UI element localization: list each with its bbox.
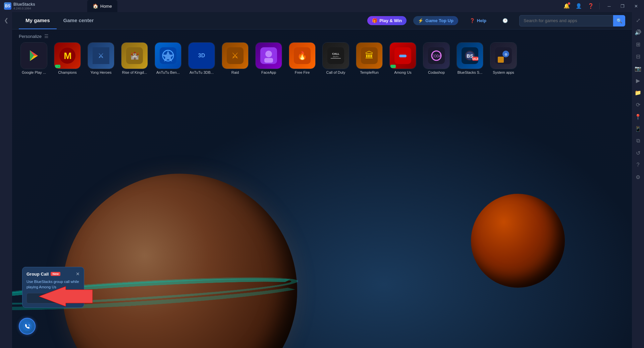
svg-text:SALE: SALE: [472, 58, 478, 60]
search-input[interactable]: [519, 15, 613, 26]
list-item[interactable]: 🏰 Rise of Kingd...: [119, 42, 150, 75]
game-icon: [155, 43, 181, 69]
call-button[interactable]: [19, 318, 36, 335]
gamepad-badge: [390, 65, 396, 68]
tab-game-center[interactable]: Game center: [57, 12, 101, 29]
nav-tabs: My games Game center: [19, 12, 100, 29]
game-icon-wrapper: [20, 42, 47, 69]
game-icon-wrapper: CODA: [423, 42, 450, 69]
back-icon[interactable]: ❮: [1, 15, 11, 25]
account-icon[interactable]: 👤: [574, 1, 583, 11]
svg-text:CALL: CALL: [332, 52, 339, 55]
game-icon: 🏰: [121, 43, 148, 69]
popup-title-area: Group Call New: [26, 272, 60, 277]
volume-icon[interactable]: 🔊: [633, 27, 643, 38]
list-item[interactable]: 🔥 Free Fire: [287, 42, 317, 75]
refresh-icon[interactable]: ↺: [633, 148, 643, 158]
bottom-settings-icon[interactable]: ⚙: [633, 172, 643, 182]
game-topup-button[interactable]: ⚡ Game Top Up: [413, 16, 458, 25]
minimize-button[interactable]: ─: [604, 2, 614, 10]
list-item[interactable]: CALLDUTY Call of Duty: [321, 42, 351, 75]
logo-area: BS BlueStacks 4.240.0.1064: [0, 2, 87, 10]
game-label: Call of Duty: [326, 70, 345, 75]
folder-icon[interactable]: 📁: [633, 87, 643, 98]
game-label: Raid: [231, 70, 239, 75]
titlebar: BS BlueStacks 4.240.0.1064 🏠 Home 🔔 👤 ❓ …: [0, 0, 644, 12]
popup-header: Group Call New ✕: [26, 271, 80, 277]
game-label: Champions: [58, 70, 77, 75]
list-item[interactable]: Google Play ...: [19, 42, 49, 75]
expand-icon[interactable]: ⤢: [633, 15, 643, 25]
list-item[interactable]: BS SALE BlueStacks S...: [455, 42, 485, 75]
game-label: Among Us: [394, 70, 411, 75]
svg-point-18: [265, 51, 272, 57]
game-icon: CALLDUTY: [323, 43, 349, 69]
search-container: 🔍: [519, 15, 625, 26]
svg-point-48: [22, 322, 32, 331]
video-icon[interactable]: ▶: [633, 75, 643, 86]
game-icon: ⚔: [88, 43, 114, 69]
game-icon: ⚙: [490, 43, 517, 69]
layout2-icon[interactable]: ⊟: [633, 51, 643, 62]
list-item[interactable]: FaceApp: [254, 42, 284, 75]
topnav-right: 🎁 Play & Win ⚡ Game Top Up ❓ Help 🕐 🔍: [367, 15, 625, 26]
bottom-help-icon[interactable]: ?: [633, 160, 643, 170]
gamepad-badge: [55, 65, 60, 68]
svg-rect-25: [331, 58, 341, 59]
notification-bell-icon[interactable]: 🔔: [562, 1, 571, 11]
popup-close-button[interactable]: ✕: [76, 271, 80, 277]
phone-icon[interactable]: 📱: [633, 123, 643, 134]
right-sidebar: ⤢ 🔊 ⊞ ⊟ 📷 ▶ 📁 ⟳ 📍 📱 ⧉ ↺ ? ⚙: [632, 12, 644, 348]
lightning-icon: ⚡: [418, 18, 423, 23]
game-label: FaceApp: [261, 70, 276, 75]
titlebar-controls: 🔔 👤 ❓ ─ ❐ ✕: [562, 1, 644, 11]
list-item[interactable]: ⚔ Yong Heroes: [86, 42, 116, 75]
copy-icon[interactable]: ⧉: [633, 135, 643, 146]
svg-point-8: [58, 66, 59, 67]
svg-rect-7: [56, 65, 57, 68]
svg-rect-32: [391, 66, 395, 67]
game-icon-wrapper: [255, 42, 282, 69]
game-label: TempleRun: [360, 70, 379, 75]
list-item[interactable]: AnTuTu Ben...: [153, 42, 183, 75]
list-item[interactable]: CODA Codashop: [421, 42, 451, 75]
game-icon-wrapper: ⚔: [88, 42, 114, 69]
search-button[interactable]: 🔍: [613, 15, 625, 26]
personalize-settings-icon[interactable]: ☰: [44, 34, 49, 39]
left-sidebar: ❮: [0, 12, 12, 348]
list-item[interactable]: 3D AnTuTu 3DB...: [186, 42, 217, 75]
game-icon-wrapper: 🔥: [289, 42, 316, 69]
close-button[interactable]: ✕: [631, 2, 641, 10]
history-button[interactable]: 🕐: [498, 16, 513, 25]
game-icon-wrapper: 🏰: [121, 42, 148, 69]
help-button[interactable]: ❓ Help: [465, 16, 491, 25]
tab-my-games[interactable]: My games: [19, 12, 57, 29]
play-win-button[interactable]: 🎁 Play & Win: [367, 16, 407, 25]
game-icon-wrapper: BS SALE: [457, 42, 483, 69]
divider: [599, 3, 600, 9]
small-planet: [471, 194, 565, 288]
svg-text:DUTY: DUTY: [333, 56, 338, 58]
list-item[interactable]: ⚔ Raid: [220, 42, 250, 75]
help-label: Help: [477, 18, 486, 23]
app-version: 4.240.0.1064: [13, 7, 35, 10]
restore-button[interactable]: ❐: [617, 2, 628, 10]
layout1-icon[interactable]: ⊞: [633, 39, 643, 50]
home-tab[interactable]: 🏠 Home: [87, 0, 117, 12]
game-icon: 3D: [189, 43, 215, 69]
list-item[interactable]: Among Us: [388, 42, 418, 75]
game-topup-label: Game Top Up: [425, 18, 453, 23]
screenshot-icon[interactable]: 📷: [633, 63, 643, 74]
content-area: Personalize ☰ Google Play ...: [12, 30, 632, 348]
location-icon[interactable]: 📍: [633, 111, 643, 122]
game-icon-wrapper: 3D: [188, 42, 215, 69]
list-item[interactable]: M Champions: [52, 42, 83, 75]
games-section: Personalize ☰ Google Play ...: [12, 30, 632, 79]
game-label: AnTuTu 3DB...: [190, 70, 214, 75]
help-icon[interactable]: ❓: [586, 1, 595, 11]
rotate-icon[interactable]: ⟳: [633, 99, 643, 110]
personalize-label: Personalize: [19, 34, 42, 39]
list-item[interactable]: 🏛 TempleRun: [354, 42, 384, 75]
list-item[interactable]: ⚙ System apps: [488, 42, 519, 75]
game-label: Yong Heroes: [90, 70, 111, 75]
